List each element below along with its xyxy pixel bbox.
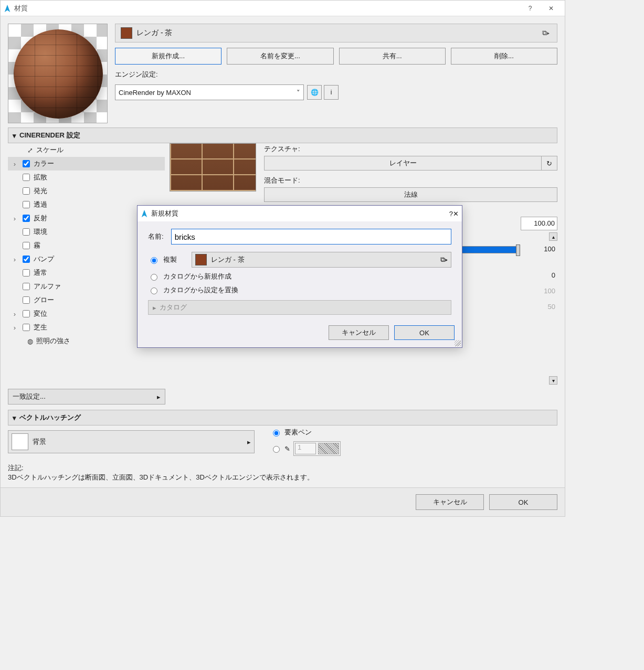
tree-label: 変位 (34, 309, 47, 318)
vector-hatch-label: ベクトルハッチング (19, 413, 81, 422)
material-name-bar: レンガ - 茶 ⧉▸ (115, 24, 557, 42)
bulb-icon: ◍ (26, 337, 34, 345)
texture-menu-button[interactable]: ↻ (542, 156, 557, 171)
num-field-4[interactable]: 100 (521, 285, 557, 299)
checkbox-fog[interactable] (23, 242, 30, 249)
num-field-2[interactable]: 100 (521, 243, 557, 257)
pen-sample (318, 443, 339, 454)
engine-label: エンジン設定: (115, 70, 557, 79)
radio-element-pen[interactable] (273, 430, 280, 437)
tree-item-scale[interactable]: ⤢スケール (8, 143, 165, 157)
modal-cancel-button[interactable]: キャンセル (329, 325, 389, 340)
checkbox-alpha[interactable] (23, 283, 30, 290)
tree-label: 環境 (34, 227, 47, 237)
engine-info-button[interactable]: i (324, 85, 339, 100)
material-dialog: 材質 ? ✕ レンガ - 茶 ⧉▸ 新規作成... 名前を変更... 共有...… (0, 0, 565, 517)
triangle-right-icon: ▸ (247, 438, 251, 446)
modal-ok-button[interactable]: OK (394, 325, 455, 340)
close-button[interactable]: ✕ (541, 1, 562, 16)
help-button[interactable]: ? (520, 1, 541, 16)
pen-picker[interactable]: 1 (293, 441, 341, 456)
tree-item-color[interactable]: ›カラー (8, 157, 165, 171)
checkbox-grass[interactable] (23, 324, 30, 331)
match-settings[interactable]: 一致設定... ▸ (8, 389, 165, 405)
resize-grip[interactable] (455, 340, 461, 346)
tree-label: 通常 (34, 268, 47, 278)
catalog-header-label: カタログ (160, 303, 187, 312)
engine-globe-button[interactable]: 🌐 (307, 85, 322, 100)
catalog-header[interactable]: ▸ カタログ (148, 300, 451, 315)
tree-label: 芝生 (34, 323, 47, 332)
rename-button[interactable]: 名前を変更... (227, 48, 333, 65)
hatch-swatch (12, 433, 28, 450)
tree-label: 拡散 (34, 173, 47, 182)
modal-name-input[interactable] (171, 229, 451, 244)
checkbox-bump[interactable] (23, 256, 30, 263)
num-field-5[interactable]: 50 (521, 301, 557, 314)
tree-label: グロー (34, 295, 54, 305)
radio-from-catalog-label: カタログから新規作成 (163, 272, 231, 281)
tree-label: 反射 (34, 214, 47, 223)
duplicate-source-bar[interactable]: レンガ - 茶 ⧉▸ (192, 252, 451, 268)
new-material-button[interactable]: 新規作成... (115, 48, 221, 65)
match-settings-label: 一致設定... (13, 392, 46, 401)
radio-duplicate-label: 複製 (163, 255, 177, 264)
checkbox-reflect[interactable] (23, 215, 30, 222)
texture-browse-icon[interactable]: ⧉▸ (440, 256, 448, 264)
radio-replace-catalog[interactable] (151, 288, 157, 294)
num-field-1[interactable]: 100.00 (521, 217, 557, 230)
material-swatch (121, 27, 132, 39)
num-field-3[interactable]: 0 (521, 269, 557, 283)
tree-label: アルファ (34, 282, 61, 291)
pen-number[interactable]: 1 (295, 443, 316, 454)
cinerender-label: CINERENDER 設定 (19, 131, 80, 140)
checkbox-emission[interactable] (23, 187, 30, 195)
modal-help-button[interactable]: ? (449, 210, 453, 218)
scroll-up-button[interactable]: ▴ (549, 232, 557, 241)
tree-label: 霧 (34, 241, 40, 250)
duplicate-source-name: レンガ - 茶 (211, 255, 436, 264)
triangle-down-icon: ▾ (13, 414, 16, 422)
texture-value[interactable]: レイヤー (264, 156, 542, 171)
scale-icon: ⤢ (26, 146, 34, 154)
tree-label: 透過 (34, 200, 47, 209)
tree-label: 照明の強さ (36, 336, 70, 346)
blend-value[interactable]: 法線 (264, 187, 557, 202)
checkbox-disp[interactable] (23, 310, 30, 317)
radio-replace-catalog-label: カタログから設定を置換 (163, 285, 238, 295)
top-area: レンガ - 茶 ⧉▸ 新規作成... 名前を変更... 共有... 削除... … (1, 16, 565, 127)
checkbox-normal[interactable] (23, 269, 30, 276)
hatch-dropdown[interactable]: 背景 ▸ (8, 430, 255, 453)
radio-duplicate[interactable] (151, 257, 157, 264)
window-title: 材質 (14, 4, 520, 13)
checkbox-glow[interactable] (23, 296, 30, 304)
checkbox-env[interactable] (23, 228, 30, 236)
texture-browse-icon[interactable]: ⧉▸ (540, 27, 552, 39)
tree-item-emission[interactable]: 発光 (8, 184, 165, 198)
titlebar: 材質 ? ✕ (1, 1, 565, 16)
share-button[interactable]: 共有... (339, 48, 446, 65)
tree-item-diffuse[interactable]: 拡散 (8, 171, 165, 184)
engine-select[interactable]: CineRender by MAXON ˅ (115, 84, 304, 100)
radio-from-catalog[interactable] (151, 274, 157, 281)
hatch-dropdown-label: 背景 (33, 437, 243, 446)
radio-custom-pen[interactable] (273, 446, 280, 453)
tree-label: カラー (34, 159, 54, 168)
checkbox-color[interactable] (23, 160, 30, 167)
triangle-down-icon: ▾ (13, 132, 16, 140)
modal-close-button[interactable]: ✕ (453, 210, 459, 218)
cinerender-section-header[interactable]: ▾ CINERENDER 設定 (8, 127, 557, 143)
vector-hatch-header[interactable]: ▾ ベクトルハッチング (8, 410, 557, 426)
checkbox-diffuse[interactable] (23, 174, 30, 181)
pen-icon: ✎ (284, 445, 290, 453)
checkbox-transparency[interactable] (23, 201, 30, 208)
delete-button[interactable]: 削除... (451, 48, 557, 65)
modal-title: 新規材質 (151, 209, 178, 218)
new-material-modal: 新規材質 ? ✕ 名前: 複製 レンガ - 茶 ⧉▸ カタログから新規作 (137, 205, 462, 348)
chevron-down-icon: ˅ (297, 89, 300, 97)
tree-label: スケール (36, 145, 64, 155)
dialog-cancel-button[interactable]: キャンセル (416, 494, 484, 510)
dialog-ok-button[interactable]: OK (489, 494, 557, 510)
triangle-right-icon: ▸ (157, 393, 161, 401)
scroll-down-button[interactable]: ▾ (549, 376, 557, 385)
